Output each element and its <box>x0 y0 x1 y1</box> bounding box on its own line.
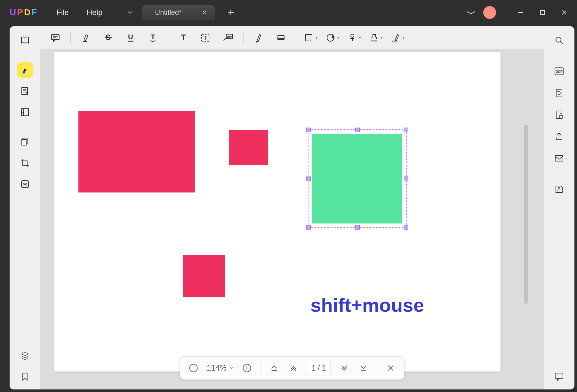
prev-page-button[interactable] <box>288 362 299 374</box>
rectangle-icon <box>304 33 314 43</box>
avatar[interactable] <box>483 6 496 19</box>
toolbar-comment[interactable] <box>48 30 63 45</box>
resize-handle-w[interactable] <box>306 176 311 181</box>
zoom-out-button[interactable] <box>188 362 199 374</box>
sidebar-edit-tool[interactable] <box>17 83 33 99</box>
svg-rect-30 <box>555 373 563 379</box>
titlebar-dropdown[interactable] <box>466 11 476 14</box>
plus-icon <box>227 9 234 16</box>
toolbar-textbox[interactable]: T <box>198 30 213 45</box>
sidebar-crop-tool[interactable] <box>17 155 33 171</box>
shape-rectangle-pink-medium[interactable] <box>229 130 268 165</box>
close-button[interactable] <box>558 6 571 19</box>
right-ocr[interactable]: OCR <box>551 64 567 79</box>
zoom-page-bar: 114% 1 / 1 <box>180 356 405 380</box>
redact-icon <box>20 179 30 189</box>
pencil-icon <box>254 33 263 43</box>
maximize-button[interactable] <box>536 6 549 19</box>
right-share[interactable] <box>551 129 567 144</box>
resize-handle-s[interactable] <box>355 225 360 230</box>
highlighter-icon <box>20 65 30 75</box>
toolbar-shape[interactable]: ▼ <box>304 33 318 43</box>
minimize-icon <box>518 10 524 15</box>
zoom-in-icon <box>242 363 252 373</box>
toolbar-pencil[interactable] <box>251 30 266 45</box>
zoom-level[interactable]: 114% <box>207 364 233 372</box>
svg-rect-27 <box>555 155 563 161</box>
chevron-down-double-icon <box>340 364 349 372</box>
svg-rect-16 <box>306 35 312 41</box>
close-icon <box>561 10 567 15</box>
sidebar-redact-tool[interactable] <box>17 176 33 192</box>
toolbar-text[interactable]: T <box>176 30 191 45</box>
page-current: 1 <box>312 364 316 372</box>
resize-handle-ne[interactable] <box>404 128 408 132</box>
divider <box>44 8 44 17</box>
ocr-icon: OCR <box>554 67 564 76</box>
toolbar-stamp[interactable]: ▼ <box>348 33 362 43</box>
caret-down-icon: ▼ <box>402 36 405 40</box>
search-icon <box>554 35 564 45</box>
menu-file[interactable]: File <box>51 6 75 19</box>
svg-rect-0 <box>541 11 544 14</box>
sidebar-organize-tool[interactable] <box>17 134 33 150</box>
sidebar-pages-tool[interactable] <box>17 105 33 120</box>
toolbar-stamp-approved[interactable]: ▼ <box>369 33 383 43</box>
last-page-button[interactable] <box>358 362 369 374</box>
share-icon <box>554 132 564 141</box>
sidebar-highlight-tool[interactable] <box>17 62 33 78</box>
toolbar-strikethrough[interactable]: S <box>101 30 116 45</box>
first-page-button[interactable] <box>268 362 280 374</box>
right-convert[interactable] <box>551 85 567 101</box>
right-comments-panel[interactable] <box>551 369 567 384</box>
sticker-icon <box>326 33 335 43</box>
close-bottombar-button[interactable] <box>385 362 397 374</box>
divider <box>556 174 562 174</box>
toolbar-signature[interactable]: ▼ <box>391 33 405 43</box>
right-protect[interactable] <box>551 107 567 122</box>
resize-handle-nw[interactable] <box>306 128 311 132</box>
sidebar-bookmarks[interactable] <box>17 369 33 384</box>
toolbar-callout[interactable] <box>221 30 236 45</box>
bookmark-icon <box>21 372 29 381</box>
tab-close-button[interactable] <box>201 9 208 16</box>
resize-handle-e[interactable] <box>404 176 408 181</box>
resize-handle-sw[interactable] <box>306 225 311 230</box>
sidebar-reader-mode[interactable] <box>17 33 33 48</box>
resize-handle-se[interactable] <box>404 225 408 230</box>
zoom-in-button[interactable] <box>241 362 253 374</box>
tabs-dropdown[interactable] <box>121 6 139 19</box>
tab-current[interactable]: Untitled* <box>142 5 215 20</box>
next-page-button[interactable] <box>339 362 350 374</box>
tab-add-button[interactable] <box>224 6 237 19</box>
page-input[interactable]: 1 / 1 <box>307 361 331 375</box>
menu-help[interactable]: Help <box>81 6 108 19</box>
maximize-icon <box>540 10 545 15</box>
resize-handle-n[interactable] <box>355 128 360 132</box>
toolbar-underline[interactable]: U <box>123 30 138 45</box>
right-email[interactable] <box>551 151 567 166</box>
toolbar-eraser[interactable] <box>274 30 288 45</box>
right-save[interactable] <box>551 182 567 197</box>
right-search[interactable] <box>551 33 567 48</box>
sidebar-layers[interactable] <box>17 348 33 363</box>
toolbar-squiggly[interactable]: T <box>146 30 160 45</box>
vertical-scrollbar[interactable] <box>524 125 528 304</box>
text-annotation[interactable]: shift+mouse <box>310 294 424 316</box>
svg-rect-6 <box>52 35 59 40</box>
shape-rectangle-pink-large[interactable] <box>78 111 195 192</box>
shape-rectangle-pink-small[interactable] <box>183 255 225 297</box>
toolbar-highlight[interactable] <box>78 30 93 45</box>
svg-point-29 <box>558 188 560 189</box>
signature-icon <box>391 33 401 43</box>
svg-text:T: T <box>181 33 186 42</box>
toolbar-sticker[interactable]: ▼ <box>326 33 340 43</box>
text-icon: T <box>179 33 188 43</box>
page-canvas[interactable]: shift+mouse <box>54 52 501 372</box>
selection-box[interactable] <box>308 129 407 228</box>
squiggly-icon: T <box>148 33 158 43</box>
highlight-icon <box>81 33 91 43</box>
minimize-button[interactable] <box>514 6 527 19</box>
book-icon <box>20 35 30 45</box>
edit-page-icon <box>20 86 30 96</box>
